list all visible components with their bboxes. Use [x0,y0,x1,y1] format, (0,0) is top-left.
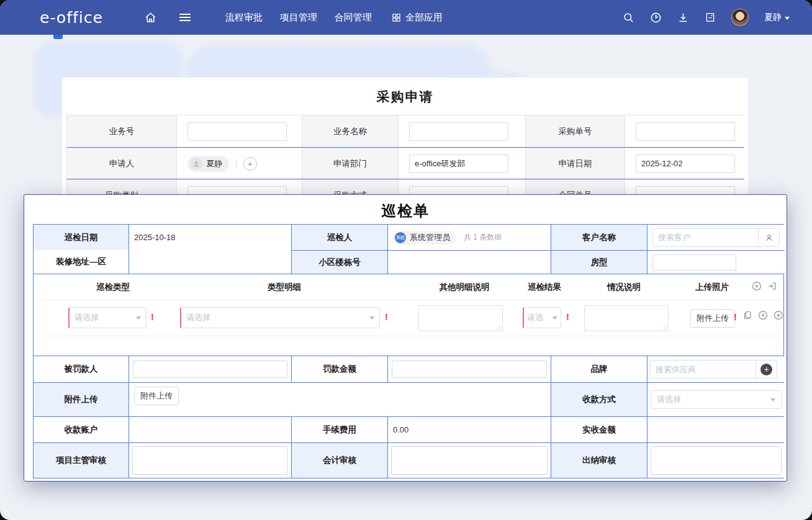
department-label: 申请部门 [302,148,398,179]
customer-search-group [652,228,780,247]
caret-down-icon [785,17,790,20]
required-mark: ! [734,312,737,322]
detail-header-subtype: 类型明细 [268,282,301,293]
room-input[interactable] [652,254,736,271]
fined-person-label: 被罚款人 [34,356,129,382]
nav-project-management[interactable]: 项目管理 [280,12,317,24]
purchase-row-2: 申请人 夏静 + 申请部门 申请日期 [67,147,744,179]
inspection-date-value[interactable]: 2025-10-18 [129,225,291,250]
inspector-count: 共 1 条数据 [464,232,502,243]
pm-review-textarea[interactable] [132,446,288,475]
divider [34,299,783,300]
result-select[interactable]: 请选 [523,307,561,328]
copy-row-icon[interactable] [742,310,752,320]
detail-header-type: 巡检类型 [96,282,130,293]
business-no-input[interactable] [187,122,287,141]
app-logo: e-office [40,9,103,27]
page-body: 采购申请 业务号 业务名称 采购单号 申请人 [0,35,812,520]
home-icon[interactable] [144,11,157,24]
detail-header-photo: 上传照片 [695,282,729,293]
caret-down-icon [770,398,775,401]
select-customer-button[interactable] [758,229,779,246]
purchase-no-label: 采购单号 [525,115,625,147]
notes-icon[interactable] [705,12,716,23]
inspection-row-review: 项目主管审核 会计审核 出纳审核 [34,442,783,478]
add-supplier-button[interactable]: + [756,361,777,378]
accent-tab [53,35,63,39]
required-mark: ! [566,312,569,322]
accountant-review-textarea[interactable] [391,446,548,475]
required-mark: ! [385,312,388,322]
received-amount-label: 实收金额 [551,417,647,442]
attachment-upload-button[interactable]: 附件上传 [134,387,179,405]
business-name-label: 业务名称 [302,115,398,147]
add-detail-row-icon[interactable] [752,281,762,291]
inspection-form-title: 巡检单 [24,195,787,221]
required-mark: ! [151,312,154,322]
import-detail-icon[interactable] [767,281,777,291]
photo-upload-button[interactable]: 附件上传 [690,309,735,328]
apply-date-label: 申请日期 [525,148,625,179]
note-textarea[interactable] [584,305,669,331]
inspection-type-select[interactable]: 请选择 [68,307,147,328]
account-label: 收款账户 [34,417,129,442]
type-detail-select[interactable]: 请选择 [180,307,380,328]
inspection-form-table: 巡检日期 2025-10-18 巡检人 系统 系统管理员 共 1 条数据 客户名… [33,224,784,478]
account-value[interactable] [129,417,291,442]
caret-down-icon [136,316,141,320]
building-value[interactable] [387,250,551,274]
fee-value[interactable]: 0.00 [387,417,551,442]
nav-contract-management[interactable]: 合同管理 [335,12,372,24]
caret-down-icon [369,316,374,320]
detail-header-other: 其他明细说明 [440,282,490,293]
business-name-input[interactable] [409,122,508,141]
purchase-no-input[interactable] [636,122,735,141]
inspector-chip[interactable]: 系统 系统管理员 [393,231,456,244]
download-icon[interactable] [677,12,689,24]
person-icon [765,233,774,242]
applicant-chip[interactable]: 夏静 [187,156,229,172]
supplier-search-group: + [650,360,777,379]
apply-date-input[interactable] [636,155,735,173]
menu-icon[interactable] [178,12,192,23]
detail-header-note: 情况说明 [607,282,641,293]
inspector-badge: 系统 [395,232,406,243]
caret-down-icon [553,316,557,320]
address-value[interactable] [129,250,291,274]
person-icon [190,158,202,170]
fine-amount-label: 罚款金额 [291,356,387,382]
payment-method-label: 收款方式 [551,383,647,416]
supplier-search-input[interactable] [651,361,756,378]
all-apps-label: 全部应用 [405,12,443,24]
search-icon[interactable] [623,12,634,24]
nav-process-approval[interactable]: 流程审批 [225,12,263,24]
purchase-form-title: 采购申请 [62,78,748,105]
add-applicant-button[interactable]: + [243,157,257,171]
remove-row-icon[interactable] [774,310,783,320]
user-avatar[interactable] [731,9,749,26]
add-row-icon[interactable] [758,310,768,320]
inspection-form-modal: 巡检单 巡检日期 2025-10-18 巡检人 系统 系统管理员 共 1 条数据… [24,194,787,482]
apps-grid-icon [392,13,401,22]
divider [236,159,237,169]
pm-review-label: 项目主管审核 [34,443,129,478]
accountant-review-label: 会计审核 [291,443,387,478]
customer-search-input[interactable] [653,229,758,246]
received-amount-value[interactable] [647,417,785,442]
business-no-label: 业务号 [67,115,176,147]
cashier-review-textarea[interactable] [651,446,782,475]
clock-icon[interactable] [650,12,662,24]
inspection-detail-section: 巡检类型 类型明细 其他明细说明 巡检结果 情况说明 上传照片 [34,274,783,356]
all-apps-button[interactable]: 全部应用 [392,12,443,24]
fined-person-input[interactable] [133,361,287,378]
detail-header-result: 巡检结果 [528,282,561,293]
user-menu[interactable]: 夏静 [764,12,790,23]
inspector-label: 巡检人 [291,225,387,250]
main-nav: 流程审批 项目管理 合同管理 [225,12,372,24]
department-input[interactable] [409,155,508,173]
other-detail-textarea[interactable] [418,305,503,331]
payment-method-select[interactable]: 请选择 [651,390,782,409]
add-dark-icon: + [760,364,772,375]
cashier-review-label: 出纳审核 [551,443,647,478]
fine-amount-input[interactable] [392,361,547,378]
